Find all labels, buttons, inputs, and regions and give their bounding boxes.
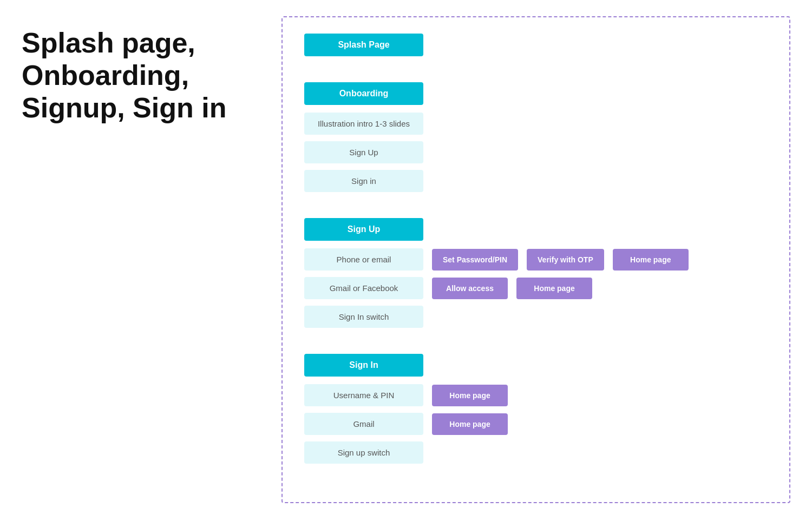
onboarding-signin-button[interactable]: Sign in xyxy=(304,170,423,192)
signin-signup-switch-row: Sign up switch xyxy=(304,441,768,464)
signup-header: Sign Up xyxy=(304,218,768,241)
onboarding-button[interactable]: Onboarding xyxy=(304,82,423,105)
gmail-facebook-button[interactable]: Gmail or Facebook xyxy=(304,277,423,299)
signin-section: Sign In Username & PIN Home page Gmail H… xyxy=(304,354,768,464)
onboarding-row-2: Sign Up xyxy=(304,141,768,163)
set-password-pin-button[interactable]: Set Password/PIN xyxy=(432,249,518,271)
signin-header-button[interactable]: Sign In xyxy=(304,354,423,377)
onboarding-header: Onboarding xyxy=(304,82,768,105)
signup-gmail-row: Gmail or Facebook Allow access Home page xyxy=(304,277,768,299)
onboarding-row-1: Illustration intro 1-3 slides xyxy=(304,113,768,135)
signin-username-row: Username & PIN Home page xyxy=(304,384,768,406)
splash-section: Splash Page xyxy=(304,34,768,56)
signin-homepage-button-2[interactable]: Home page xyxy=(432,413,508,435)
signin-homepage-button-1[interactable]: Home page xyxy=(432,385,508,406)
left-panel: Splash page, Onboarding, Signup, Sign in xyxy=(22,16,271,124)
phone-email-button[interactable]: Phone or email xyxy=(304,248,423,271)
sign-up-switch-button[interactable]: Sign up switch xyxy=(304,441,423,464)
signin-gmail-row: Gmail Home page xyxy=(304,413,768,435)
onboarding-section: Onboarding Illustration intro 1-3 slides… xyxy=(304,82,768,192)
right-panel: Splash Page Onboarding Illustration intr… xyxy=(281,16,790,503)
signup-homepage-button-1[interactable]: Home page xyxy=(613,249,689,271)
signup-section: Sign Up Phone or email Set Password/PIN … xyxy=(304,218,768,328)
signup-button[interactable]: Sign Up xyxy=(304,218,423,241)
gmail-signin-button[interactable]: Gmail xyxy=(304,413,423,435)
splash-page-button[interactable]: Splash Page xyxy=(304,34,423,56)
sign-in-switch-button[interactable]: Sign In switch xyxy=(304,306,423,328)
illustration-slides-button[interactable]: Illustration intro 1-3 slides xyxy=(304,113,423,135)
onboarding-signup-button[interactable]: Sign Up xyxy=(304,141,423,163)
verify-with-otp-button[interactable]: Verify with OTP xyxy=(527,249,604,271)
signup-phone-row: Phone or email Set Password/PIN Verify w… xyxy=(304,248,768,271)
onboarding-row-3: Sign in xyxy=(304,170,768,192)
allow-access-button[interactable]: Allow access xyxy=(432,278,508,299)
signup-signin-switch-row: Sign In switch xyxy=(304,306,768,328)
page-title: Splash page, Onboarding, Signup, Sign in xyxy=(22,27,271,124)
username-pin-button[interactable]: Username & PIN xyxy=(304,384,423,406)
signin-header: Sign In xyxy=(304,354,768,377)
signup-homepage-button-2[interactable]: Home page xyxy=(516,278,592,299)
